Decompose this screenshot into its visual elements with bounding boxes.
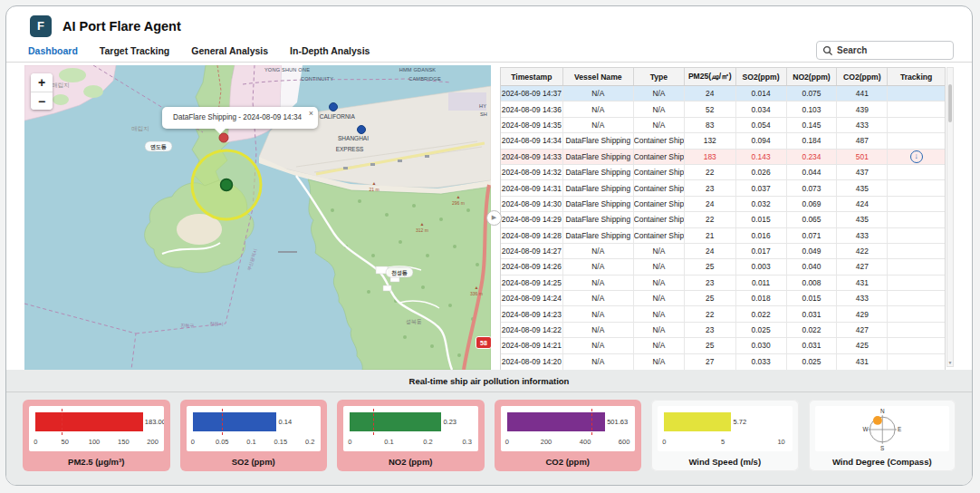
table-cell: 2024-08-09 14:30 (501, 197, 563, 211)
gauge-tick: 5 (721, 438, 725, 446)
gauge-tick: 0 (34, 438, 37, 446)
scrollbar-thumb[interactable] (948, 84, 952, 122)
map-label: 312 m (416, 227, 428, 233)
table-cell: 0.034 (736, 102, 787, 116)
table-cell: 0.008 (787, 276, 838, 290)
wind-degree-chart: NSEW (815, 406, 950, 451)
gauge-title: PM2.5 (μg/m³) (29, 451, 164, 471)
table-row[interactable]: 2024-08-09 14:37N/AN/A240.0140.075441 (501, 86, 945, 102)
tracking-cell (888, 102, 945, 116)
table-cell: 22 (685, 212, 736, 227)
table-row[interactable]: 2024-08-09 14:31DataFlare ShippingContai… (501, 180, 945, 196)
table-cell: 25 (685, 338, 736, 353)
app-window: F AI Port Flare Agent DashboardTarget Tr… (5, 5, 973, 486)
tracking-cell (888, 197, 945, 211)
table-cell: 0.037 (736, 180, 787, 195)
search-box[interactable] (816, 41, 954, 60)
table-cell: 24 (685, 244, 736, 258)
tracking-cell (888, 259, 945, 274)
tracking-cell (888, 212, 945, 227)
map-zoom-out-button[interactable]: − (31, 92, 53, 110)
no2-chart: 0.2300.10.20.3 (343, 406, 478, 451)
table-cell: N/A (563, 338, 634, 353)
tracking-cell (888, 165, 945, 179)
table-cell: DataFlare Shipping (563, 212, 634, 227)
table-row[interactable]: 2024-08-09 14:29DataFlare ShippingContai… (501, 212, 945, 227)
column-header-4: SO2(ppm) (736, 68, 787, 85)
map-label: 진해구 (181, 323, 195, 328)
gauge-title: NO2 (ppm) (343, 451, 478, 471)
alert-ship-marker[interactable] (219, 133, 228, 142)
table-row[interactable]: 2024-08-09 14:21N/AN/A250.0300.031425 (501, 338, 945, 353)
map-label: 21 m (369, 187, 379, 192)
table-row[interactable]: 2024-08-09 14:25N/AN/A230.0110.008431 (501, 276, 945, 291)
table-row[interactable]: 2024-08-09 14:23N/AN/A220.0220.031429 (501, 306, 945, 322)
table-row[interactable]: 2024-08-09 14:22N/AN/A230.0250.022427 (501, 323, 945, 338)
vessel-marker[interactable] (358, 126, 366, 134)
table-row[interactable]: 2024-08-09 14:35N/AN/A830.0540.145433 (501, 118, 945, 133)
nav-tabs: DashboardTarget TrackingGeneral Analysis… (24, 45, 370, 56)
column-header-1: Vessel Name (563, 68, 634, 85)
tooltip-close-icon[interactable]: × (309, 110, 313, 118)
gauge-value: 501.63 (607, 418, 628, 426)
map-label: CONTINUITY (301, 76, 333, 82)
table-row[interactable]: 2024-08-09 14:34DataFlare ShippingContai… (501, 133, 945, 149)
tab-in-depth-analysis[interactable]: In-Depth Analysis (290, 45, 370, 56)
table-row[interactable]: 2024-08-09 14:33DataFlare ShippingContai… (501, 150, 945, 165)
gauge-tick: 0.1 (246, 438, 255, 446)
table-cell: 0.018 (736, 291, 787, 305)
table-cell: 22 (685, 306, 736, 321)
tracked-ship-marker[interactable] (221, 179, 233, 191)
tab-target-tracking[interactable]: Target Tracking (100, 45, 169, 56)
table-cell: 433 (837, 118, 888, 132)
table-cell: 431 (837, 276, 888, 290)
column-header-5: NO2(ppm) (787, 68, 838, 85)
map-panel[interactable]: 매립지매립지YONG SHUN ONECONTINUITYHMM GDANSKC… (24, 65, 491, 370)
table-row[interactable]: 2024-08-09 14:30DataFlare ShippingContai… (501, 197, 945, 212)
wind-speed-bar (664, 412, 731, 431)
map-label: 성북동 (406, 319, 422, 325)
gauge-tick: 0.2 (305, 438, 314, 446)
map-label: 296 m (452, 200, 465, 206)
gauge-value: 5.72 (734, 418, 747, 426)
table-cell: N/A (634, 291, 685, 305)
search-icon (822, 45, 833, 56)
map-zoom-in-button[interactable]: + (31, 73, 53, 92)
table-cell: 0.145 (787, 118, 838, 132)
table-cell: 0.003 (736, 259, 787, 274)
so2-bar (193, 412, 276, 431)
gauge-tick: 150 (118, 438, 130, 446)
table-row[interactable]: 2024-08-09 14:20N/AN/A270.0330.025431 (501, 354, 945, 370)
wind-direction-dot (872, 416, 881, 425)
tab-general-analysis[interactable]: General Analysis (191, 45, 268, 56)
gauge-tick: 0.15 (274, 438, 288, 446)
table-row[interactable]: 2024-08-09 14:28DataFlare ShippingContai… (501, 228, 945, 244)
table-cell: 2024-08-09 14:23 (501, 306, 563, 321)
table-row[interactable]: 2024-08-09 14:32DataFlare ShippingContai… (501, 165, 945, 180)
table-row[interactable]: 2024-08-09 14:36N/AN/A520.0340.103439 (501, 102, 945, 117)
gauge-title: CO2 (ppm) (501, 451, 636, 471)
table-cell: 0.143 (736, 150, 787, 164)
table-cell: 2024-08-09 14:28 (501, 228, 563, 243)
tracking-cell (888, 323, 945, 337)
table-row[interactable]: 2024-08-09 14:26N/AN/A250.0030.040427 (501, 259, 945, 275)
table-cell: 2024-08-09 14:34 (501, 133, 563, 148)
gauge-tick: 0.3 (462, 438, 471, 446)
table-scrollbar[interactable]: ▼ (946, 67, 954, 367)
search-input[interactable] (817, 42, 953, 59)
table-cell: 427 (837, 323, 888, 337)
table-cell: 0.071 (787, 228, 838, 243)
table-row[interactable]: 2024-08-09 14:24N/AN/A250.0180.015433 (501, 291, 945, 306)
gauge-tick: 0 (662, 438, 666, 446)
panel-collapse-handle[interactable]: ▶ (486, 210, 502, 226)
scrollbar-down-arrow[interactable]: ▼ (947, 360, 953, 365)
page-title: AI Port Flare Agent (62, 19, 181, 34)
map-label: 매립지 (52, 82, 70, 88)
pm25-chart: 183.00050100150200 (29, 406, 164, 451)
table-cell: 433 (837, 228, 888, 243)
vessel-marker[interactable] (330, 103, 338, 111)
table-row[interactable]: 2024-08-09 14:27N/AN/A240.0170.049422 (501, 244, 945, 259)
tab-dashboard[interactable]: Dashboard (28, 45, 78, 56)
tracking-icon[interactable]: ↓ (910, 150, 923, 163)
table-cell: 427 (837, 259, 888, 274)
